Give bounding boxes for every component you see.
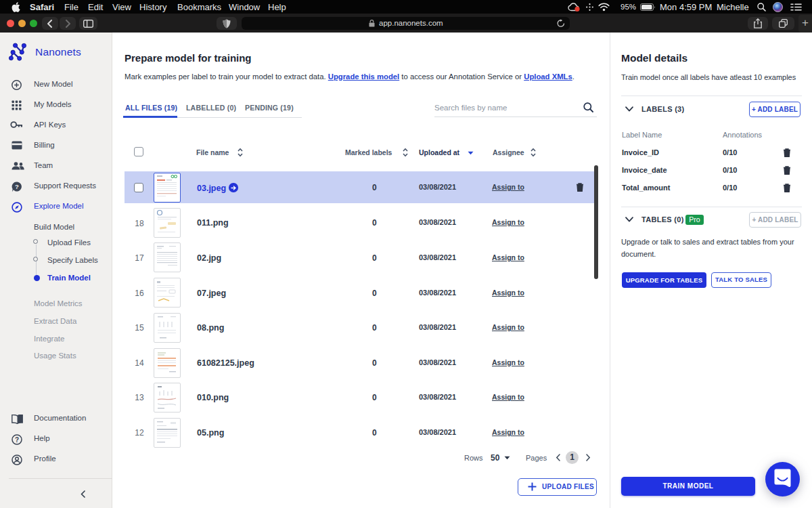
svg-text:?: ?	[15, 436, 19, 444]
svg-text:?: ?	[15, 183, 19, 190]
